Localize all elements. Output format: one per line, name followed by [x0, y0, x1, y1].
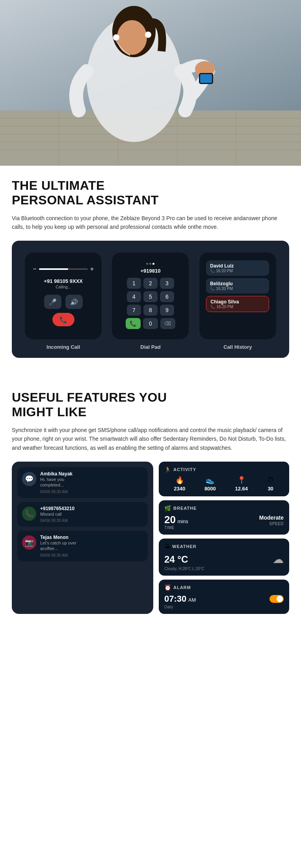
history-item-1: David Luiz 📞 16:20 PM — [206, 260, 269, 276]
hero-image — [0, 0, 301, 166]
end-call-button[interactable]: 📞 — [52, 313, 74, 326]
features-grid: 💬 Ambika Nayak Hi, have youcompleted... … — [12, 462, 289, 614]
feature-cards-panel: 🏃 ACTIVITY 🔥 2340 👟 8000 📍 12.64 — [159, 462, 289, 614]
personal-assistant-section: THE ULTIMATE PERSONAL ASSISTANT Via Blue… — [0, 166, 301, 386]
calories-item: 🔥 2340 — [174, 476, 185, 492]
svg-point-19 — [145, 32, 151, 38]
distance-item: 📍 12.64 — [235, 476, 248, 492]
incoming-call-screen: − + +91 98105 9XXX Calling... 🎤 🔊 📞 — [25, 253, 102, 339]
svg-rect-17 — [200, 74, 212, 83]
notification-item-1: 💬 Ambika Nayak Hi, have youcompleted... … — [17, 467, 148, 498]
svg-point-14 — [117, 20, 147, 55]
breathe-card: 🌿 BREATHE 20 mins TIME Moderate SPEED — [159, 500, 289, 535]
message-icon: 💬 — [22, 472, 36, 486]
notification-item-2: 📞 +919876543210 Missed call 04/06 08:30 … — [17, 502, 148, 527]
speaker-button[interactable]: 🔊 — [65, 295, 83, 309]
call-demo-panel: − + +91 98105 9XXX Calling... 🎤 🔊 📞 Inco… — [12, 241, 289, 358]
alarm-title: ALARM — [173, 585, 191, 590]
history-item-2: Belözoglu 📞 16:20 PM — [206, 278, 269, 294]
activity-title: ACTIVITY — [173, 467, 196, 472]
call-icon: 📞 — [22, 507, 36, 521]
zero-key[interactable]: 0 — [143, 318, 158, 329]
dial-pad-screen: +919810 1 2 3 4 5 6 7 8 9 📞 0 ⌫ — [112, 253, 189, 339]
cloud-icon: ☁ — [273, 553, 284, 566]
personal-assistant-title: THE ULTIMATE PERSONAL ASSISTANT — [12, 178, 289, 208]
weather-card: 🌤 WEATHER 24 °C ☁ Cloudy, H:28°C L:20°C — [159, 539, 289, 576]
mute-button[interactable]: 🎤 — [44, 295, 61, 309]
dial-grid: 1 2 3 4 5 6 7 8 9 — [127, 278, 174, 316]
activity-card: 🏃 ACTIVITY 🔥 2340 👟 8000 📍 12.64 — [159, 462, 289, 496]
time-item: ⏱ 30 — [267, 476, 274, 492]
alarm-card: ⏰ ALARM 07:30 AM Daily — [159, 580, 289, 614]
useful-features-title: USEFUL FEATURES YOU MIGHT LIKE — [12, 390, 289, 419]
call-history-label: Call History — [223, 344, 252, 350]
alarm-icon: ⏰ — [164, 584, 171, 591]
delete-key[interactable]: ⌫ — [160, 318, 175, 329]
incoming-call-number: +91 98105 9XXX — [44, 278, 83, 284]
steps-item: 👟 8000 — [204, 476, 216, 492]
dial-pad-label: Dial Pad — [140, 344, 160, 350]
weather-title: WEATHER — [172, 544, 197, 549]
alarm-toggle[interactable] — [269, 595, 284, 603]
breathe-icon: 🌿 — [164, 505, 171, 511]
personal-assistant-desc: Via Bluetooth connection to your phone, … — [12, 214, 289, 232]
svg-point-18 — [113, 34, 119, 41]
useful-features-desc: Synchronize it with your phone get SMS/p… — [12, 426, 289, 452]
dial-call-button[interactable]: 📞 — [126, 318, 141, 329]
history-item-3: Chiago Silva 📞 16:20 PM — [206, 296, 269, 312]
dial-pad-number: +919810 — [140, 268, 160, 274]
notification-item-3: 📷 Tejas Menon Let's catch up overacoffee… — [17, 531, 148, 561]
activity-icon: 🏃 — [164, 466, 171, 473]
useful-features-section: USEFUL FEATURES YOU MIGHT LIKE Synchroni… — [0, 386, 301, 627]
breathe-title: BREATHE — [173, 506, 197, 511]
call-history-screen: David Luiz 📞 16:20 PM Belözoglu 📞 16:20 … — [199, 253, 276, 339]
weather-icon: 🌤 — [164, 543, 170, 550]
incoming-call-status: Calling... — [56, 285, 71, 289]
call-action-buttons: 🎤 🔊 — [44, 295, 83, 309]
notifications-panel: 💬 Ambika Nayak Hi, have youcompleted... … — [12, 462, 153, 614]
incoming-call-label: Incoming Call — [46, 344, 80, 350]
camera-icon: 📷 — [22, 535, 36, 550]
